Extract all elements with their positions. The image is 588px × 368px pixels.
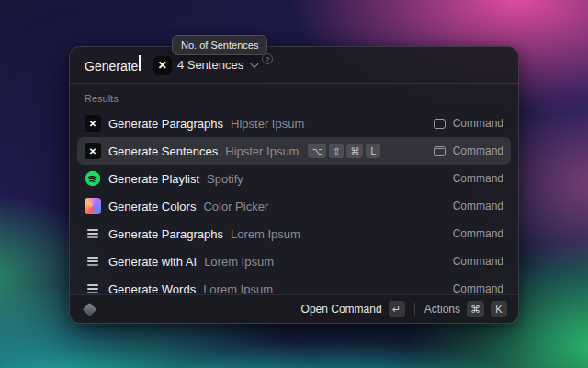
result-row-generate-sentences-hipster[interactable]: Generate Sentences Hipster Ipsum ⌥ ⇧ ⌘ L… bbox=[77, 137, 511, 165]
lorem-ipsum-icon bbox=[85, 281, 101, 294]
result-title: Generate with AI bbox=[108, 255, 197, 269]
command-key: ⌘ bbox=[346, 144, 363, 158]
help-icon: ? bbox=[262, 53, 273, 64]
open-command-label: Open Command bbox=[301, 303, 382, 316]
result-subtitle: Hipster Ipsum bbox=[231, 117, 304, 131]
window-icon bbox=[434, 119, 446, 129]
result-title: Generate Colors bbox=[108, 200, 196, 213]
raycast-logo-icon bbox=[83, 302, 97, 316]
text-cursor bbox=[139, 55, 141, 71]
result-type: Command bbox=[453, 200, 503, 213]
actions-label: Actions bbox=[424, 303, 460, 316]
result-subtitle: Spotify bbox=[207, 172, 243, 186]
search-bar: Generate 4 Sentences ? bbox=[70, 47, 518, 84]
result-title: Generate Playlist bbox=[108, 172, 199, 186]
spotify-icon bbox=[85, 170, 101, 187]
result-row-generate-paragraphs-hipster[interactable]: Generate Paragraphs Hipster Ipsum Comman… bbox=[77, 109, 511, 137]
result-type: Command bbox=[453, 144, 503, 157]
result-subtitle: Lorem Ipsum bbox=[203, 282, 273, 295]
l-key: L bbox=[366, 144, 380, 158]
footer-divider bbox=[414, 303, 415, 316]
result-type: Command bbox=[453, 282, 503, 294]
result-subtitle: Color Picker bbox=[203, 200, 268, 213]
hipster-ipsum-icon bbox=[85, 115, 101, 132]
result-type: Command bbox=[453, 117, 503, 130]
result-subtitle: Hipster Ipsum bbox=[225, 144, 299, 158]
command-key: ⌘ bbox=[467, 301, 484, 317]
footer-bar: Open Command ↵ Actions ⌘ K bbox=[70, 294, 518, 323]
sentences-dropdown[interactable]: 4 Sentences bbox=[177, 58, 256, 72]
window-icon bbox=[434, 146, 446, 156]
result-subtitle: Lorem Ipsum bbox=[204, 255, 274, 269]
enter-key: ↵ bbox=[389, 301, 405, 317]
result-title: Generate Sentences bbox=[108, 144, 218, 158]
command-palette-window: No. of Sentences Generate 4 Sentences ? … bbox=[69, 46, 519, 324]
result-type: Command bbox=[453, 227, 503, 240]
result-type: Command bbox=[453, 172, 503, 185]
shift-key: ⇧ bbox=[329, 144, 344, 158]
result-row-generate-colors[interactable]: Generate Colors Color Picker Command bbox=[77, 192, 511, 220]
tooltip: No. of Sentences bbox=[172, 35, 267, 55]
result-title: Generate Paragraphs bbox=[108, 117, 223, 131]
hipster-ipsum-icon bbox=[85, 143, 101, 159]
result-title: Generate Words bbox=[108, 282, 196, 295]
result-row-generate-words[interactable]: Generate Words Lorem Ipsum Command bbox=[77, 275, 511, 294]
lorem-ipsum-icon bbox=[85, 253, 101, 270]
chevron-down-icon bbox=[250, 59, 259, 68]
hipster-ipsum-icon bbox=[153, 56, 172, 75]
result-row-generate-with-ai[interactable]: Generate with AI Lorem Ipsum Command bbox=[77, 247, 511, 275]
k-key: K bbox=[491, 301, 507, 317]
color-picker-icon bbox=[85, 198, 101, 214]
results-list: Results Generate Paragraphs Hipster Ipsu… bbox=[70, 84, 518, 294]
dropdown-value: 4 Sentences bbox=[177, 58, 243, 72]
lorem-ipsum-icon bbox=[85, 225, 101, 242]
shortcut-keys: ⌥ ⇧ ⌘ L bbox=[308, 144, 380, 158]
actions-button[interactable]: Actions ⌘ K bbox=[424, 301, 507, 317]
result-type: Command bbox=[453, 255, 503, 268]
result-row-generate-paragraphs-lorem[interactable]: Generate Paragraphs Lorem Ipsum Command bbox=[77, 220, 511, 247]
result-title: Generate Paragraphs bbox=[108, 227, 223, 241]
option-key: ⌥ bbox=[308, 144, 326, 158]
result-row-generate-playlist-spotify[interactable]: Generate Playlist Spotify Command bbox=[77, 165, 511, 192]
results-header: Results bbox=[77, 86, 511, 109]
open-command-button[interactable]: Open Command ↵ bbox=[301, 301, 405, 317]
search-input[interactable]: Generate bbox=[85, 55, 141, 75]
result-subtitle: Lorem Ipsum bbox=[231, 227, 300, 241]
